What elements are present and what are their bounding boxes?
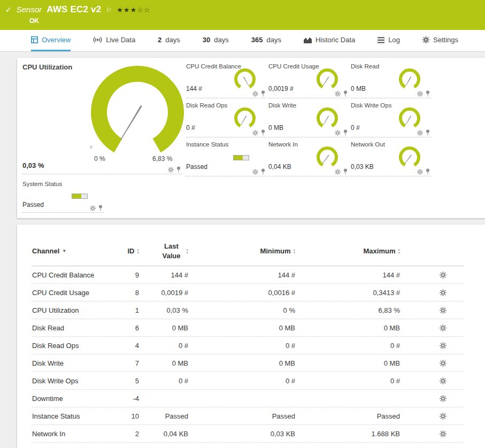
channel-settings-gear-icon[interactable] (440, 395, 446, 402)
channel-settings-gear-icon[interactable] (252, 91, 258, 97)
cell-channel[interactable]: Network In (32, 430, 107, 438)
pin-icon[interactable] (261, 168, 265, 175)
channel-gauge-instance-status: Instance Status Passed (186, 141, 266, 176)
tab-2-days[interactable]: 2 days (158, 30, 180, 51)
cell-id: 2 (107, 430, 139, 438)
channel-gauge-disk-read: Disk Read 0 MB (351, 63, 431, 98)
cell-id: 10 (107, 412, 139, 420)
cell-minimum: 0 % (188, 306, 295, 314)
gauge-action-icons (168, 166, 181, 173)
priority-stars[interactable]: ★★★☆☆ (117, 6, 150, 14)
channel-settings-gear-icon[interactable] (440, 307, 446, 314)
table-header-row: Channel ▼ ID ▴▾ Last Value ▴▾ Minimum ▴▾… (32, 236, 464, 266)
cell-channel[interactable]: Disk Write (32, 359, 107, 367)
cell-maximum: 0 # (295, 377, 400, 385)
channel-settings-gear-icon[interactable] (440, 413, 446, 420)
channel-settings-gear-icon[interactable] (417, 91, 423, 97)
channel-settings-gear-icon[interactable] (335, 91, 341, 97)
pin-icon[interactable] (426, 129, 430, 136)
tab-number: 2 (158, 36, 161, 44)
pin-icon[interactable] (176, 166, 181, 173)
tab-label: days (266, 36, 281, 44)
channel-settings-gear-icon[interactable] (90, 205, 96, 211)
tab-label: Settings (433, 36, 458, 44)
cell-minimum: 144 # (188, 271, 295, 279)
pin-icon[interactable] (98, 205, 103, 211)
channel-settings-gear-icon[interactable] (335, 169, 341, 175)
channel-settings-gear-icon[interactable] (440, 325, 446, 331)
tab-settings[interactable]: Settings (422, 30, 458, 51)
channel-gauge-disk-write-ops: Disk Write Ops 0 # (351, 102, 431, 137)
channel-settings-gear-icon[interactable] (335, 130, 341, 136)
col-header-maximum[interactable]: Maximum ▴▾ (295, 247, 400, 255)
cell-channel[interactable]: CPU Credit Usage (32, 289, 107, 297)
channel-settings-gear-icon[interactable] (440, 360, 446, 367)
cell-last-value: Passed (139, 412, 188, 420)
pin-icon[interactable] (343, 90, 348, 97)
flag-icon[interactable]: ⚐ (106, 6, 112, 14)
channel-settings-gear-icon[interactable] (440, 289, 446, 296)
sensor-title-row: ✓ Sensor AWS EC2 v2 ⚐ ★★★☆☆ (5, 4, 150, 15)
tab-live-data[interactable]: Live Data (93, 30, 135, 51)
channel-settings-gear-icon[interactable] (440, 377, 446, 384)
channel-settings-gear-icon[interactable] (440, 342, 446, 349)
channel-settings-gear-icon[interactable] (440, 430, 446, 437)
channel-settings-gear-icon[interactable] (417, 130, 423, 136)
sensor-status-text: OK (29, 17, 39, 25)
tab-30-days[interactable]: 30 days (203, 30, 229, 51)
tab-label: Historic Data (315, 36, 355, 44)
pin-icon[interactable] (426, 90, 430, 97)
pin-icon[interactable] (426, 168, 430, 175)
cell-last-value: 0 # (139, 377, 188, 385)
col-header-last-value[interactable]: Last Value ▴▾ (139, 242, 188, 260)
cell-actions (400, 307, 464, 314)
sensor-header-bar: ✓ Sensor AWS EC2 v2 ⚐ ★★★☆☆ OK (0, 0, 485, 30)
cell-channel[interactable]: Downtime (32, 395, 107, 403)
pin-icon[interactable] (343, 129, 348, 136)
cell-channel[interactable]: Instance Status (32, 412, 107, 420)
cell-channel[interactable]: CPU Credit Balance (32, 271, 107, 279)
tab-label: Live Data (106, 36, 135, 44)
gauge-max-label: 6,83 % (152, 155, 172, 163)
cell-maximum: 1.688 KB (295, 430, 400, 438)
col-header-id[interactable]: ID ▴▾ (107, 247, 139, 255)
cell-channel[interactable]: Disk Read Ops (32, 342, 107, 350)
table-row: CPU Credit Usage 8 0,0019 # 0,0016 # 0,3… (32, 284, 464, 302)
col-header-channel[interactable]: Channel ▼ (32, 247, 107, 255)
cell-maximum: 0 # (295, 342, 400, 350)
channel-gauges-grid: CPU Credit Balance 144 # CPU Credit Usag… (186, 63, 433, 180)
channel-settings-gear-icon[interactable] (252, 169, 258, 175)
cell-minimum: 0 MB (188, 359, 295, 367)
gauge-value: 0 MB (268, 124, 283, 132)
cell-channel[interactable]: CPU Utilization (32, 306, 107, 314)
tab-365-days[interactable]: 365 days (251, 30, 281, 51)
main-gauge-value: 0,03 % (22, 161, 44, 169)
status-ok-check-icon: ✓ (5, 5, 12, 14)
table-row: CPU Credit Balance 9 144 # 144 # 144 # (32, 266, 464, 284)
cell-last-value: 0,0019 # (139, 289, 188, 297)
channel-settings-gear-icon[interactable] (252, 130, 258, 136)
gauge-needle (322, 155, 329, 164)
channel-settings-gear-icon[interactable] (417, 169, 423, 175)
cell-channel[interactable]: Disk Write Ops (32, 377, 107, 385)
cell-id: 7 (107, 359, 139, 367)
tab-label: Log (388, 36, 400, 44)
table-row: Instance Status 10 Passed Passed Passed (32, 407, 464, 425)
pin-icon[interactable] (343, 168, 348, 175)
col-header-minimum[interactable]: Minimum ▴▾ (188, 247, 295, 255)
cell-channel[interactable]: Disk Read (32, 324, 107, 332)
tab-log[interactable]: Log (378, 30, 400, 51)
header-id-label: ID (127, 247, 134, 255)
cell-last-value: 144 # (139, 271, 188, 279)
pin-icon[interactable] (261, 90, 265, 97)
tab-overview[interactable]: Overview (31, 30, 71, 51)
pin-icon[interactable] (261, 129, 265, 136)
channel-settings-gear-icon[interactable] (168, 167, 174, 173)
gauge-action-icons (252, 168, 265, 175)
cell-actions (400, 289, 464, 296)
gauge-label: System Status (22, 181, 104, 187)
tab-number: 365 (251, 36, 263, 44)
cell-id: 5 (107, 377, 139, 385)
tab-historic-data[interactable]: Historic Data (304, 30, 355, 51)
channel-settings-gear-icon[interactable] (440, 272, 446, 279)
